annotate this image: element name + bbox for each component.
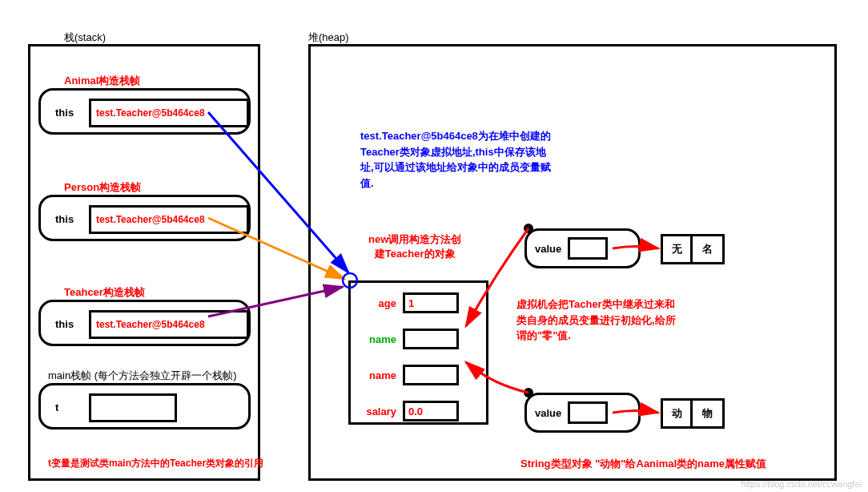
- tvar-note: t变量是测试类main方法中的Teacher类对象的引用: [48, 457, 263, 470]
- frame-caption-teacher: Teahcer构造栈帧: [64, 285, 145, 300]
- string-chars-dongwu: 动 物: [661, 398, 725, 429]
- frame-value-teacher: test.Teacher@5b464ce8: [89, 310, 249, 339]
- frame-caption-main: main栈帧 (每个方法会独立开辟一个栈帧): [48, 369, 236, 383]
- field-salary-value: 0.0: [403, 401, 459, 421]
- stack-title: 栈(stack): [64, 30, 106, 45]
- field-age-label: age: [351, 297, 403, 309]
- string-value-label: value: [535, 407, 561, 419]
- char-ming: 名: [693, 234, 725, 264]
- char-wu: 无: [661, 234, 693, 264]
- vm-note: 虚拟机会把Tacher类中继承过来和类自身的成员变量进行初始化,给所谓的"零"值…: [516, 296, 677, 344]
- string-object-wuming: value: [524, 228, 641, 268]
- field-name-green-label: name: [351, 333, 403, 345]
- string-object-dongwu: value: [524, 393, 641, 433]
- stack-frame-person: this test.Teacher@5b464ce8: [38, 195, 251, 241]
- teacher-object-box: age1 name name salary0.0: [348, 280, 488, 425]
- frame-label-t: t: [55, 401, 58, 413]
- char-dong: 动: [661, 398, 693, 429]
- field-name-red-label: name: [351, 369, 403, 381]
- frame-value-animal: test.Teacher@5b464ce8: [89, 99, 249, 127]
- frame-label-this: this: [55, 318, 74, 330]
- field-name-red-value: [403, 365, 459, 385]
- frame-value-person: test.Teacher@5b464ce8: [89, 205, 249, 234]
- frame-label-this: this: [55, 107, 74, 119]
- frame-value-main: [89, 393, 177, 422]
- char-wu2: 物: [693, 398, 725, 429]
- frame-label-this: this: [55, 213, 74, 225]
- field-name-green-value: [403, 329, 459, 349]
- watermark: https://blog.csdn.net/ccwangfei: [741, 479, 862, 489]
- frame-caption-person: Person构造栈帧: [64, 180, 141, 195]
- frame-caption-animal: Animal构造栈帧: [64, 74, 140, 88]
- string-note: String类型对象 "动物"给Aanimal类的name属性赋值: [520, 457, 766, 471]
- string-chars-wuming: 无 名: [661, 234, 725, 264]
- field-salary-label: salary: [351, 405, 403, 417]
- new-note: new调用构造方法创建Teacher的对象: [368, 232, 461, 261]
- stack-frame-teacher: this test.Teacher@5b464ce8: [38, 300, 251, 346]
- stack-frame-animal: this test.Teacher@5b464ce8: [38, 88, 251, 135]
- field-age-value: 1: [403, 292, 459, 313]
- heap-note: test.Teacher@5b464ce8为在堆中创建的Teacher类对象虚拟…: [360, 128, 553, 191]
- string-value-box: [568, 237, 608, 260]
- stack-frame-main: t: [38, 383, 251, 429]
- string-value-box: [568, 401, 608, 424]
- string-value-label: value: [535, 243, 561, 255]
- heap-title: 堆(heap): [308, 30, 349, 45]
